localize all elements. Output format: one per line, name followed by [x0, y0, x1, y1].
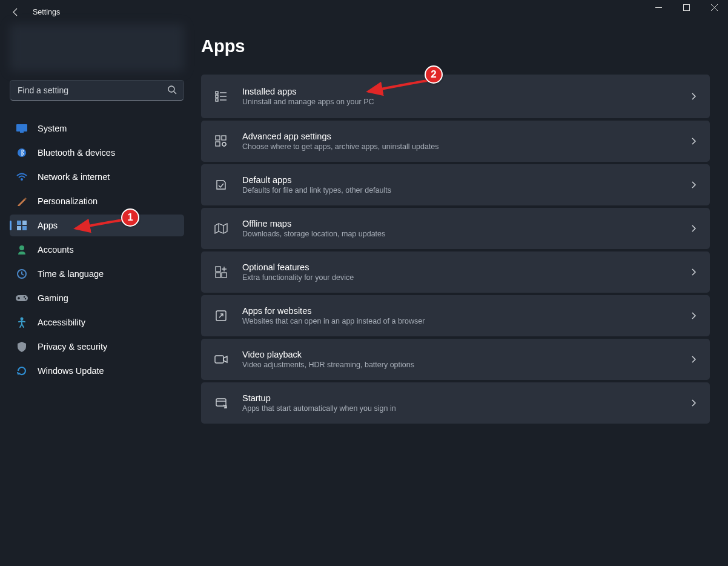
annotation-badge-2: 2 [425, 65, 443, 84]
sidebar-item-accessibility[interactable]: Accessibility [10, 311, 184, 333]
settings-card-gear-grid[interactable]: Advanced app settingsChoose where to get… [201, 121, 710, 162]
sidebar-item-label: Accessibility [38, 318, 85, 327]
search-box[interactable] [10, 80, 184, 101]
card-subtitle: Video adjustments, HDR streaming, batter… [242, 361, 690, 369]
chevron-right-icon [690, 92, 697, 101]
minimize-icon [655, 4, 662, 11]
sidebar-item-update[interactable]: Windows Update [10, 360, 184, 382]
content-area: Apps Installed appsUninstall and manage … [191, 24, 728, 566]
svg-rect-30 [216, 267, 220, 271]
svg-rect-32 [216, 273, 220, 278]
chevron-right-icon [690, 268, 697, 276]
svg-rect-34 [215, 356, 223, 363]
svg-rect-22 [216, 95, 218, 98]
update-icon [16, 365, 28, 377]
svg-point-18 [25, 298, 26, 299]
search-input[interactable] [10, 80, 184, 101]
sidebar-item-gaming[interactable]: Gaming [10, 287, 184, 309]
settings-card-open-external[interactable]: Apps for websitesWebsites that can open … [201, 295, 710, 336]
personalization-icon [16, 195, 28, 207]
svg-rect-6 [16, 124, 27, 132]
sidebar-item-system[interactable]: System [10, 118, 184, 139]
maximize-icon [683, 4, 690, 11]
close-button[interactable] [700, 0, 728, 17]
card-title: Advanced app settings [242, 132, 690, 141]
plus-grid-icon [214, 265, 228, 279]
card-title: Apps for websites [242, 306, 690, 316]
accounts-icon [16, 244, 28, 256]
svg-rect-10 [17, 221, 21, 225]
sidebar-item-network[interactable]: Network & internet [10, 166, 184, 188]
svg-rect-11 [22, 221, 27, 225]
sidebar-item-label: System [38, 124, 67, 133]
card-subtitle: Choose where to get apps, archive apps, … [242, 142, 690, 151]
card-title: Startup [242, 393, 690, 403]
sidebar-item-personalization[interactable]: Personalization [10, 190, 184, 212]
svg-rect-24 [216, 99, 218, 101]
chevron-right-icon [690, 399, 697, 407]
card-subtitle: Apps that start automatically when you s… [242, 404, 690, 413]
svg-rect-12 [17, 226, 21, 230]
sidebar-item-label: Network & internet [38, 172, 110, 182]
svg-rect-1 [683, 4, 689, 10]
card-subtitle: Uninstall and manage apps on your PC [242, 98, 690, 106]
settings-card-startup[interactable]: StartupApps that start automatically whe… [201, 382, 710, 424]
annotation-arrow-1 [71, 215, 125, 233]
sidebar-item-time[interactable]: Time & language [10, 263, 184, 285]
svg-point-4 [168, 86, 174, 92]
settings-card-check-shape[interactable]: Default appsDefaults for file and link t… [201, 164, 710, 205]
svg-point-29 [222, 142, 226, 146]
card-title: Video playback [242, 350, 690, 359]
system-icon [16, 122, 28, 135]
sidebar-item-label: Gaming [38, 293, 68, 303]
svg-rect-20 [216, 92, 218, 94]
svg-rect-31 [222, 273, 227, 278]
card-subtitle: Defaults for file and link types, other … [242, 186, 690, 195]
svg-line-5 [174, 92, 176, 94]
time-icon [16, 268, 28, 280]
settings-card-map[interactable]: Offline mapsDownloads, storage location,… [201, 208, 710, 249]
user-profile[interactable] [10, 24, 184, 72]
back-button[interactable] [11, 7, 21, 17]
card-title: Optional features [242, 262, 690, 272]
svg-rect-28 [216, 142, 220, 146]
page-title: Apps [201, 36, 710, 56]
list-icon [214, 90, 228, 103]
settings-card-video[interactable]: Video playbackVideo adjustments, HDR str… [201, 339, 710, 380]
card-title: Offline maps [242, 219, 690, 228]
gear-grid-icon [214, 135, 228, 148]
settings-card-plus-grid[interactable]: Optional featuresExtra functionality for… [201, 251, 710, 293]
titlebar: Settings [0, 0, 728, 24]
card-title: Default apps [242, 175, 690, 185]
sidebar-item-label: Windows Update [38, 366, 104, 376]
search-icon [167, 85, 177, 95]
close-icon [711, 4, 718, 11]
sidebar-item-accounts[interactable]: Accounts [10, 239, 184, 261]
apps-icon [16, 219, 28, 231]
sidebar-item-label: Accounts [38, 245, 74, 255]
chevron-right-icon [690, 137, 697, 145]
map-icon [214, 222, 228, 235]
svg-point-17 [24, 296, 25, 298]
svg-point-9 [21, 178, 23, 181]
chevron-right-icon [690, 224, 697, 233]
sidebar-item-label: Privacy & security [38, 342, 107, 351]
sidebar: SystemBluetooth & devicesNetwork & inter… [0, 24, 191, 566]
maximize-button[interactable] [672, 0, 700, 17]
settings-card-list[interactable]: Installed appsUninstall and manage apps … [201, 75, 710, 118]
sidebar-item-label: Time & language [38, 269, 104, 279]
gaming-icon [16, 292, 28, 304]
card-subtitle: Downloads, storage location, map updates [242, 230, 690, 238]
startup-icon [214, 396, 228, 410]
sidebar-item-bluetooth[interactable]: Bluetooth & devices [10, 142, 184, 164]
card-subtitle: Websites that can open in an app instead… [242, 317, 690, 325]
svg-rect-26 [216, 136, 220, 140]
svg-rect-13 [22, 226, 27, 230]
window-title: Settings [33, 8, 60, 16]
sidebar-item-label: Bluetooth & devices [38, 148, 115, 158]
network-icon [16, 171, 28, 183]
accessibility-icon [16, 316, 28, 328]
minimize-button[interactable] [644, 0, 672, 17]
sidebar-item-privacy[interactable]: Privacy & security [10, 336, 184, 358]
annotation-badge-1: 1 [121, 208, 139, 227]
